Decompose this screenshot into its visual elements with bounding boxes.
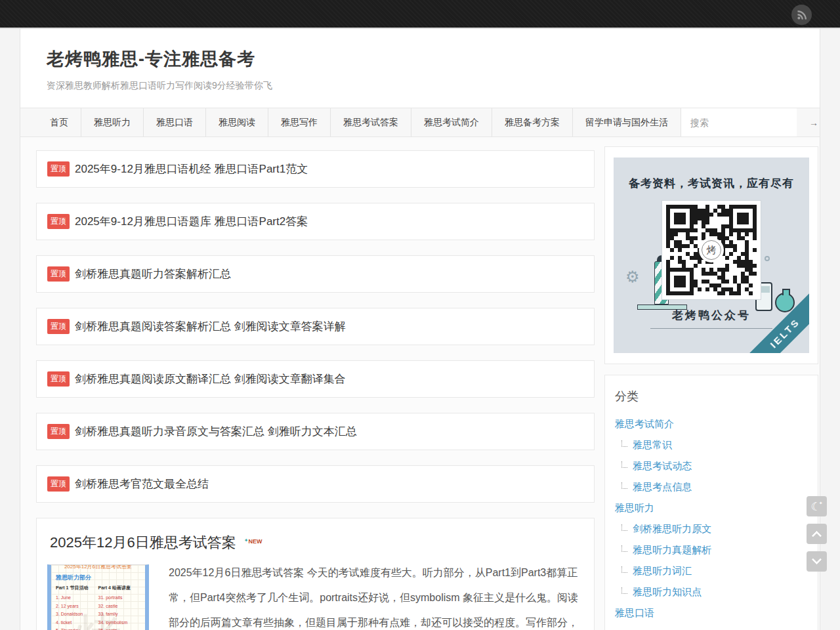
pinned-post-link[interactable]: 剑桥雅思真题听力录音原文与答案汇总 剑雅听力文本汇总 — [75, 424, 357, 439]
category-item: 雅思常识 — [615, 434, 808, 455]
nav-item[interactable]: 雅思听力 — [81, 108, 144, 136]
answer-item: 35. poets — [98, 627, 141, 630]
tree-connector-icon — [621, 440, 627, 447]
pinned-post-card: 置顶 2025年9-12月雅思口语题库 雅思口语Part2答案 — [36, 203, 595, 240]
thumbnail-section-title: 雅思听力部分 — [56, 574, 145, 582]
category-link[interactable]: 雅思听力真题解析 — [633, 544, 711, 555]
nav-item[interactable]: 雅思阅读 — [206, 108, 268, 136]
category-item: 剑桥雅思听力原文 — [615, 518, 808, 539]
scroll-top-button[interactable] — [807, 524, 827, 544]
pinned-post-card: 置顶 剑桥雅思真题听力答案解析汇总 — [36, 255, 595, 293]
pinned-post-card: 置顶 剑桥雅思真题听力录音原文与答案汇总 剑雅听力文本汇总 — [36, 413, 595, 450]
article-title: 2025年12月6日雅思考试答案 ✦NEW — [50, 533, 581, 553]
category-link[interactable]: 雅思听力词汇 — [633, 565, 692, 576]
category-item: 雅思考试简介 — [615, 413, 808, 434]
pinned-post-card: 置顶 剑桥雅思考官范文最全总结 — [36, 465, 595, 503]
answer-item: 5. Thursday — [56, 627, 98, 630]
new-icon: ✦NEW — [244, 538, 262, 545]
nav-item[interactable]: 雅思写作 — [268, 108, 331, 136]
night-mode-button[interactable]: ☾✦ — [807, 496, 827, 516]
nav-item[interactable]: 雅思备考方案 — [492, 108, 573, 136]
tree-connector-icon — [621, 587, 627, 594]
pinned-post-card: 置顶 剑桥雅思真题阅读原文翻译汇总 剑雅阅读文章翻译集合 — [36, 360, 595, 398]
answer-item: 32. castle — [98, 602, 141, 611]
flask-illustration — [775, 293, 795, 312]
floating-buttons: ☾✦ — [807, 496, 827, 572]
category-link[interactable]: 雅思考点信息 — [633, 481, 692, 492]
nav-item[interactable]: 首页 — [37, 108, 81, 136]
answers-col1-header: Part 1 节目活动 — [56, 585, 98, 591]
categories-widget: 分类 雅思考试简介 雅思常识 — [604, 375, 818, 630]
category-link[interactable]: 雅思常识 — [633, 439, 672, 450]
category-item: 雅思听力词汇 — [615, 560, 808, 581]
scroll-bottom-button[interactable] — [807, 551, 827, 572]
pinned-post-link[interactable]: 剑桥雅思真题听力答案解析汇总 — [75, 266, 231, 282]
answer-item: 34. symbolism — [98, 619, 141, 627]
answer-item: 31. portraits — [98, 594, 141, 602]
qr-code: 烤 — [662, 200, 761, 300]
tree-connector-icon — [621, 524, 627, 531]
qr-center-logo: 烤 — [702, 240, 721, 260]
search-submit-button[interactable]: → — [809, 117, 818, 128]
pinned-badge: 置顶 — [47, 319, 70, 334]
tree-connector-icon — [621, 545, 627, 552]
categories-heading: 分类 — [615, 388, 808, 404]
pinned-badge: 置顶 — [47, 424, 70, 439]
nav-item[interactable]: 雅思考试简介 — [411, 108, 492, 136]
pinned-badge: 置顶 — [47, 266, 70, 282]
answers-col2: 31. portraits32. castle33. family34. sym… — [98, 594, 141, 630]
pinned-post-link[interactable]: 2025年9-12月雅思口语题库 雅思口语Part2答案 — [75, 214, 308, 229]
rss-button[interactable] — [791, 5, 812, 25]
thumbnail-header: 2025年12月6日雅思考试答案 — [51, 564, 145, 570]
answers-col2-header: Part 4 绘画讲座 — [98, 585, 141, 591]
chevron-up-icon — [812, 531, 822, 541]
pinned-post-link[interactable]: 2025年9-12月雅思口语机经 雅思口语Part1范文 — [75, 161, 308, 177]
nav-item[interactable]: 雅思考试答案 — [331, 108, 411, 136]
pinned-badge: 置顶 — [47, 214, 70, 229]
site-title[interactable]: 老烤鸭雅思-专注雅思备考 — [47, 47, 820, 71]
main-column: 置顶 2025年9-12月雅思口语机经 雅思口语Part1范文 置顶 2025年… — [36, 146, 595, 630]
article-excerpt: 2025年12月6日雅思考试答案 今天的考试难度有些大。听力部分，从Part1到… — [169, 560, 581, 630]
gear-icon: ⚙ — [625, 268, 640, 286]
answer-item: 3. Donaldson — [56, 610, 98, 619]
article-thumbnail[interactable]: 2025年12月6日雅思考试答案 雅思听力部分 Part 1 节目活动 1. J… — [47, 564, 149, 630]
category-link[interactable]: 雅思考试动态 — [633, 460, 692, 471]
pinned-post-link[interactable]: 剑桥雅思真题阅读原文翻译汇总 剑雅阅读文章翻译集合 — [75, 371, 346, 387]
dot-decoration — [765, 256, 770, 261]
pinned-post-card: 置顶 剑桥雅思真题阅读答案解析汇总 剑雅阅读文章答案详解 — [36, 308, 595, 345]
lighthouse-base — [637, 304, 687, 310]
category-link[interactable]: 雅思考试简介 — [615, 418, 674, 429]
category-link[interactable]: 雅思听力知识点 — [633, 586, 702, 597]
article-title-link[interactable]: 2025年12月6日雅思考试答案 — [50, 534, 236, 551]
qr-promo-widget: 备考资料，考试资讯，应有尽有 ⚙ 烤 老烤鸭公众号 IELTS — [604, 146, 818, 364]
answer-item: 2. 12 years — [56, 602, 98, 611]
category-link[interactable]: 雅思口语 — [615, 607, 654, 618]
answer-item: 33. family — [98, 610, 141, 619]
moon-icon: ☾✦ — [810, 501, 822, 513]
nav-item[interactable]: 留学申请与国外生活 — [573, 108, 681, 136]
tree-connector-icon — [621, 482, 627, 489]
qr-promo-image[interactable]: 备考资料，考试资讯，应有尽有 ⚙ 烤 老烤鸭公众号 IELTS — [614, 158, 809, 353]
site-subtitle: 资深雅思教师解析雅思口语听力写作阅读9分经验带你飞 — [47, 80, 820, 92]
page-wrapper: 老烤鸭雅思-专注雅思备考 资深雅思教师解析雅思口语听力写作阅读9分经验带你飞 首… — [20, 29, 820, 630]
tree-connector-icon — [621, 461, 627, 468]
chevron-down-icon — [812, 555, 822, 565]
pinned-post-card: 置顶 2025年9-12月雅思口语机经 雅思口语Part1范文 — [36, 150, 595, 188]
nav-item[interactable]: 雅思口语 — [144, 108, 206, 136]
article-body: 2025年12月6日雅思考试答案 雅思听力部分 Part 1 节目活动 1. J… — [47, 564, 581, 630]
article-card: 2025年12月6日雅思考试答案 ✦NEW 2025年12月6日雅思考试答案 雅… — [36, 518, 595, 630]
pinned-post-link[interactable]: 剑桥雅思真题阅读答案解析汇总 剑雅阅读文章答案详解 — [75, 319, 346, 334]
category-item: 雅思听力 — [615, 497, 808, 518]
rss-icon — [797, 10, 807, 20]
top-utility-bar — [0, 0, 840, 29]
nav-menu: 首页 雅思听力 雅思口语 雅思阅读 雅思写作 雅思考试答案 雅思考试简介 雅思备… — [37, 108, 681, 136]
search-input[interactable] — [681, 108, 809, 136]
category-item: 雅思考试动态 — [615, 455, 808, 476]
category-link[interactable]: 剑桥雅思听力原文 — [633, 523, 711, 534]
answer-item: 1. June — [56, 594, 98, 602]
category-link[interactable]: 雅思听力 — [615, 502, 654, 513]
main-nav: 首页 雅思听力 雅思口语 雅思阅读 雅思写作 雅思考试答案 雅思考试简介 雅思备… — [20, 108, 820, 137]
category-item: 雅思考点信息 — [615, 476, 808, 497]
promo-slogan: 备考资料，考试资讯，应有尽有 — [614, 176, 809, 191]
pinned-post-link[interactable]: 剑桥雅思考官范文最全总结 — [75, 476, 209, 492]
